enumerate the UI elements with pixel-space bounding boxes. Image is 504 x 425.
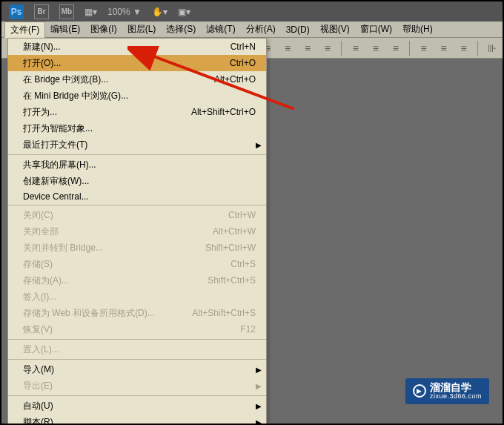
menu-option-label: 最近打开文件(T) <box>23 139 87 151</box>
menu-option[interactable]: 在 Mini Bridge 中浏览(G)... <box>8 88 266 104</box>
menu-option-label: 存储(S) <box>23 258 53 271</box>
menu-option-label: 恢复(V) <box>23 323 53 336</box>
menu-option-shortcut: Ctrl+N <box>231 42 256 52</box>
toolbar-icon[interactable]: ⊪ <box>485 42 498 54</box>
menu-option-label: 关闭并转到 Bridge... <box>23 242 103 254</box>
toolbar-icon[interactable]: ≡ <box>369 42 382 54</box>
menu-option[interactable]: 创建新审核(W)... <box>8 173 266 189</box>
toolbar-icon[interactable]: ≡ <box>349 42 362 54</box>
submenu-arrow-icon: ▶ <box>256 418 262 426</box>
menu-option: 关闭全部Alt+Ctrl+W <box>8 223 266 240</box>
submenu-arrow-icon: ▶ <box>256 141 262 149</box>
menu-item[interactable]: 窗口(W) <box>355 22 397 37</box>
menu-bar: 文件(F)编辑(E)图像(I)图层(L)选择(S)滤镜(T)分析(A)3D(D)… <box>1 22 503 38</box>
menu-option-label: 打开为智能对象... <box>23 122 93 135</box>
menu-separator <box>8 339 266 340</box>
menu-option-shortcut: Alt+Shift+Ctrl+O <box>191 107 256 117</box>
menu-option-shortcut: Ctrl+S <box>231 259 256 269</box>
menu-option-label: 打开(O)... <box>23 57 61 70</box>
menu-option-label: 导入(M) <box>23 363 54 376</box>
menu-option-shortcut: Shift+Ctrl+S <box>208 275 256 286</box>
menu-option-label: 新建(N)... <box>23 41 61 53</box>
menu-item[interactable]: 滤镜(T) <box>201 22 240 37</box>
menu-option: 置入(L)... <box>8 341 266 358</box>
menu-option: 存储(S)Ctrl+S <box>8 256 266 272</box>
menu-option-shortcut: Ctrl+W <box>228 210 256 220</box>
screen-mode-icon[interactable]: ▣▾ <box>178 7 190 17</box>
menu-option-shortcut: Shift+Ctrl+W <box>205 243 256 253</box>
menu-option-label: 创建新审核(W)... <box>23 175 89 188</box>
menu-option-label: 自动(U) <box>23 400 53 412</box>
menu-item[interactable]: 文件(F) <box>4 22 45 38</box>
separator <box>409 41 410 56</box>
file-menu-dropdown: 新建(N)...Ctrl+N打开(O)...Ctrl+O在 Bridge 中浏览… <box>7 38 267 425</box>
menu-separator <box>8 395 266 396</box>
menu-option[interactable]: 共享我的屏幕(H)... <box>8 157 266 173</box>
menu-option[interactable]: 自动(U)▶ <box>8 398 266 414</box>
menu-item[interactable]: 分析(A) <box>241 22 281 37</box>
layout-icon[interactable]: ▦▾ <box>84 7 97 17</box>
menu-option[interactable]: 打开(O)...Ctrl+O <box>8 55 266 71</box>
menu-option-label: 导出(E) <box>23 380 53 392</box>
menu-option-label: 关闭全部 <box>23 225 59 238</box>
toolbar-icon[interactable]: ≡ <box>389 42 402 54</box>
menu-item[interactable]: 选择(S) <box>161 22 201 37</box>
watermark-title: 溜溜自学 <box>430 382 482 393</box>
menu-option[interactable]: 在 Bridge 中浏览(B)...Alt+Ctrl+O <box>8 71 266 88</box>
menu-option: 关闭并转到 Bridge...Shift+Ctrl+W <box>8 240 266 256</box>
menu-option-label: 打开为... <box>23 106 57 119</box>
menu-option: 存储为 Web 和设备所用格式(D)...Alt+Shift+Ctrl+S <box>8 305 266 321</box>
menu-option[interactable]: 导入(M)▶ <box>8 361 266 378</box>
zoom-level[interactable]: 100% ▼ <box>107 7 142 17</box>
separator <box>477 41 478 56</box>
menu-option[interactable]: Device Central... <box>8 189 266 203</box>
menu-item[interactable]: 帮助(H) <box>397 22 438 37</box>
watermark-url: zixue.3d66.com <box>430 393 482 401</box>
menu-separator <box>8 154 266 155</box>
menu-option[interactable]: 新建(N)...Ctrl+N <box>8 39 266 55</box>
hand-icon[interactable]: ✋▾ <box>152 7 168 17</box>
menu-option-label: 共享我的屏幕(H)... <box>23 159 96 171</box>
menu-option-shortcut: Alt+Ctrl+O <box>214 74 256 85</box>
menu-option-label: 在 Mini Bridge 中浏览(G)... <box>23 90 128 102</box>
menu-option: 存储为(A)...Shift+Ctrl+S <box>8 272 266 289</box>
menu-option: 导出(E)▶ <box>8 378 266 394</box>
mini-bridge-logo[interactable]: Mb <box>59 4 74 19</box>
menu-option-label: Device Central... <box>23 191 89 202</box>
menu-item[interactable]: 视图(V) <box>315 22 355 37</box>
toolbar-icon[interactable]: ≡ <box>457 42 470 54</box>
app-bar: Ps Br Mb ▦▾ 100% ▼ ✋▾ ▣▾ <box>1 1 503 22</box>
menu-option-label: 存储为 Web 和设备所用格式(D)... <box>23 307 155 320</box>
menu-option[interactable]: 脚本(R)▶ <box>8 414 266 425</box>
watermark: ▶ 溜溜自学 zixue.3d66.com <box>405 378 489 404</box>
menu-option-label: 脚本(R) <box>23 416 53 426</box>
submenu-arrow-icon: ▶ <box>256 402 262 410</box>
submenu-arrow-icon: ▶ <box>256 366 262 374</box>
submenu-arrow-icon: ▶ <box>256 382 262 390</box>
menu-option-shortcut: Alt+Shift+Ctrl+S <box>192 308 256 318</box>
menu-separator <box>8 359 266 360</box>
menu-option[interactable]: 最近打开文件(T)▶ <box>8 136 266 153</box>
separator <box>341 41 342 56</box>
menu-option[interactable]: 打开为...Alt+Shift+Ctrl+O <box>8 104 266 120</box>
menu-option: 签入(I)... <box>8 289 266 305</box>
menu-option-shortcut: Ctrl+O <box>230 58 256 68</box>
menu-item[interactable]: 3D(D) <box>281 22 315 37</box>
menu-option-label: 在 Bridge 中浏览(B)... <box>23 73 108 86</box>
menu-option[interactable]: 打开为智能对象... <box>8 120 266 136</box>
bridge-logo[interactable]: Br <box>34 4 49 19</box>
menu-option-shortcut: Alt+Ctrl+W <box>213 226 256 237</box>
menu-item[interactable]: 图层(L) <box>122 22 162 37</box>
toolbar-icon[interactable]: ≡ <box>437 42 450 54</box>
toolbar-icon[interactable]: ≡ <box>282 42 294 54</box>
toolbar-icon[interactable]: ≡ <box>321 42 334 54</box>
menu-option: 恢复(V)F12 <box>8 321 266 337</box>
menu-option-label: 存储为(A)... <box>23 274 69 287</box>
toolbar-icon[interactable]: ≡ <box>302 42 314 54</box>
menu-item[interactable]: 编辑(E) <box>45 22 85 37</box>
menu-item[interactable]: 图像(I) <box>85 22 122 37</box>
menu-option-shortcut: F12 <box>240 324 256 335</box>
menu-option-label: 签入(I)... <box>23 291 56 303</box>
toolbar-icon[interactable]: ≡ <box>417 42 430 54</box>
menu-option: 关闭(C)Ctrl+W <box>8 207 266 223</box>
